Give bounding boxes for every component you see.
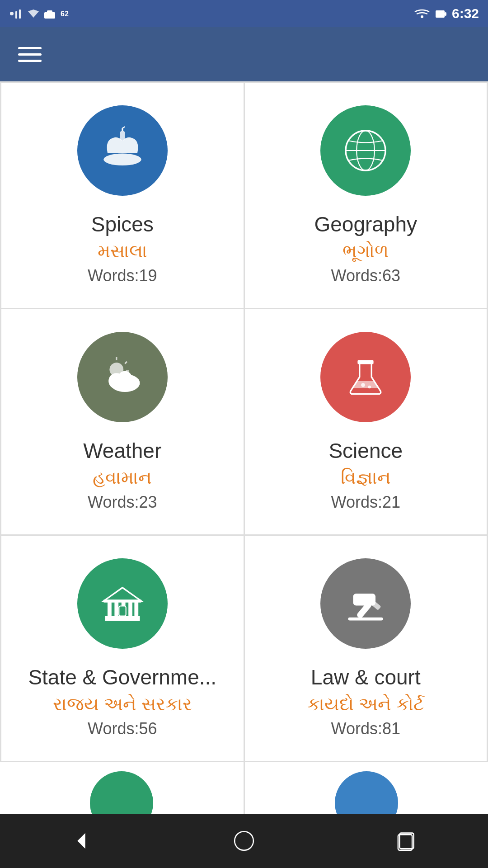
svg-rect-5 — [47, 10, 52, 13]
status-bar: 62 6:32 — [0, 0, 488, 27]
bottom-navigation — [0, 814, 488, 868]
government-title-gu: રાજ્ય અને સરકાર — [53, 694, 192, 715]
weather-words: Words:23 — [88, 493, 157, 512]
recents-button[interactable] — [384, 823, 429, 859]
hamburger-menu-button[interactable] — [18, 47, 42, 62]
spices-title-gu: મસાલા — [98, 241, 147, 262]
svg-rect-8 — [436, 10, 445, 18]
svg-rect-27 — [105, 616, 140, 621]
svg-rect-2 — [19, 9, 21, 19]
weather-title-en: Weather — [83, 439, 161, 463]
card-lawcourt[interactable]: Law & court કાયદો અને કોર્ટ Words:81 — [245, 536, 487, 761]
svg-point-7 — [421, 15, 423, 18]
category-grid: Spices મસાલા Words:19 Geography ભૂગોળ Wo… — [0, 81, 488, 762]
svg-rect-38 — [348, 618, 383, 621]
spices-icon-circle — [77, 105, 168, 196]
science-icon-circle — [320, 332, 411, 422]
home-button[interactable] — [221, 823, 267, 859]
svg-marker-39 — [77, 833, 85, 849]
svg-rect-32 — [134, 601, 138, 616]
svg-point-10 — [103, 154, 141, 165]
geography-title-gu: ભૂગોળ — [343, 241, 389, 262]
svg-rect-31 — [128, 601, 132, 616]
science-title-en: Science — [328, 439, 403, 463]
card-spices[interactable]: Spices મસાલા Words:19 — [1, 83, 244, 308]
svg-rect-9 — [445, 12, 446, 16]
svg-rect-11 — [120, 131, 125, 141]
card-weather[interactable]: Weather હવામાન Words:23 — [1, 309, 244, 534]
svg-point-23 — [118, 371, 132, 385]
geography-icon-circle — [320, 105, 411, 196]
svg-text:62: 62 — [61, 10, 69, 18]
geography-words: Words:63 — [331, 266, 400, 285]
law-words: Words:81 — [331, 719, 400, 738]
svg-rect-28 — [108, 601, 112, 616]
status-icons-left: 62 — [9, 9, 72, 19]
spices-words: Words:19 — [88, 266, 157, 285]
svg-point-26 — [368, 386, 371, 389]
weather-icon-circle — [77, 332, 168, 422]
svg-rect-4 — [44, 12, 55, 19]
government-icon-circle — [77, 558, 168, 649]
government-title-en: State & Governme... — [28, 665, 216, 689]
card-science[interactable]: Science વિજ્ઞાન Words:21 — [245, 309, 487, 534]
svg-line-19 — [125, 362, 127, 363]
science-title-gu: વિજ્ઞાન — [341, 467, 391, 488]
svg-point-40 — [235, 831, 253, 850]
card-geography[interactable]: Geography ભૂગોળ Words:63 — [245, 83, 487, 308]
back-button[interactable] — [59, 823, 104, 859]
svg-rect-33 — [103, 599, 141, 603]
svg-point-0 — [10, 12, 14, 15]
law-icon-circle — [320, 558, 411, 649]
status-bar-right: 6:32 — [414, 6, 479, 21]
government-words: Words:56 — [88, 719, 157, 738]
svg-rect-34 — [119, 606, 126, 616]
spices-title-en: Spices — [91, 212, 154, 236]
card-stategovernment[interactable]: State & Governme... રાજ્ય અને સરકાર Word… — [1, 536, 244, 761]
law-title-gu: કાયદો અને કોર્ટ — [307, 694, 424, 715]
science-words: Words:21 — [331, 493, 400, 512]
law-title-en: Law & court — [311, 665, 421, 689]
svg-rect-1 — [15, 11, 17, 19]
svg-line-13 — [122, 127, 125, 128]
status-time: 6:32 — [452, 6, 479, 21]
geography-title-en: Geography — [314, 212, 417, 236]
weather-title-gu: હવામાન — [93, 467, 152, 488]
svg-rect-24 — [358, 360, 374, 364]
svg-point-25 — [361, 383, 365, 387]
svg-rect-29 — [114, 601, 118, 616]
top-app-bar — [0, 27, 488, 81]
